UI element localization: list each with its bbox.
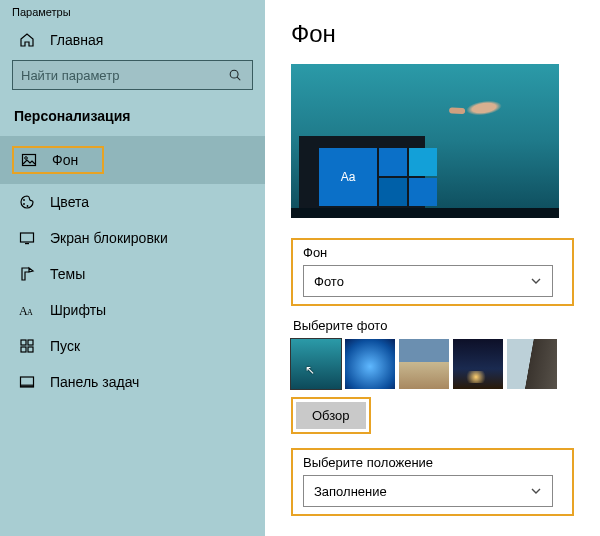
fit-label: Выберите положение [303, 455, 562, 470]
cursor-icon: ↖ [305, 363, 315, 377]
preview-tile-sample: Aa [319, 148, 377, 206]
home-icon [18, 32, 36, 48]
svg-point-3 [25, 157, 28, 160]
sidebar-item-lockscreen[interactable]: Экран блокировки [0, 220, 265, 256]
svg-rect-7 [21, 233, 34, 242]
search-placeholder: Найти параметр [21, 68, 228, 83]
home-label: Главная [50, 32, 103, 48]
section-title: Персонализация [0, 104, 265, 136]
svg-rect-12 [28, 340, 33, 345]
highlight-fit-dropdown: Выберите положение Заполнение [291, 448, 574, 516]
svg-text:A: A [27, 308, 33, 317]
sidebar-item-label: Панель задач [50, 374, 139, 390]
main-content: Фон Aa Фон Фото [265, 0, 600, 536]
background-type-label: Фон [303, 245, 562, 260]
sidebar-item-start[interactable]: Пуск [0, 328, 265, 364]
photo-thumb-2[interactable] [345, 339, 395, 389]
svg-point-4 [23, 199, 25, 201]
photo-thumb-3[interactable] [399, 339, 449, 389]
sidebar-item-fonts[interactable]: AA Шрифты [0, 292, 265, 328]
chevron-down-icon [530, 485, 542, 497]
sidebar-item-label: Цвета [50, 194, 89, 210]
sidebar-item-themes[interactable]: Темы [0, 256, 265, 292]
fit-select[interactable]: Заполнение [303, 475, 553, 507]
photo-thumb-4[interactable] [453, 339, 503, 389]
svg-line-1 [237, 77, 240, 80]
photo-thumb-1[interactable]: ↖ [291, 339, 341, 389]
sidebar-item-taskbar[interactable]: Панель задач [0, 364, 265, 400]
search-input[interactable]: Найти параметр [12, 60, 253, 90]
chevron-down-icon [530, 275, 542, 287]
sidebar-item-label: Шрифты [50, 302, 106, 318]
fonts-icon: AA [18, 303, 36, 317]
themes-icon [18, 266, 36, 282]
choose-photo-label: Выберите фото [293, 318, 574, 333]
select-value: Фото [314, 274, 530, 289]
start-icon [18, 338, 36, 354]
highlight-background-dropdown: Фон Фото [291, 238, 574, 306]
sidebar-item-label: Фон [52, 152, 78, 168]
svg-rect-11 [21, 340, 26, 345]
sidebar-item-label: Экран блокировки [50, 230, 168, 246]
browse-button[interactable]: Обзор [296, 402, 366, 429]
picture-icon [20, 152, 38, 168]
search-icon [228, 68, 244, 82]
page-heading: Фон [291, 20, 574, 48]
taskbar-icon [18, 374, 36, 390]
background-preview: Aa [291, 64, 559, 218]
svg-rect-14 [28, 347, 33, 352]
background-type-select[interactable]: Фото [303, 265, 553, 297]
svg-point-0 [230, 70, 238, 78]
app-title: Параметры [0, 0, 265, 28]
sidebar-item-label: Пуск [50, 338, 80, 354]
svg-rect-2 [23, 155, 36, 166]
svg-rect-8 [25, 243, 29, 244]
svg-point-6 [27, 205, 29, 207]
settings-sidebar: Параметры Главная Найти параметр Персона… [0, 0, 265, 536]
sidebar-item-background[interactable]: Фон [0, 136, 265, 184]
sidebar-item-label: Темы [50, 266, 85, 282]
photo-thumb-5[interactable] [507, 339, 557, 389]
lockscreen-icon [18, 230, 36, 246]
palette-icon [18, 194, 36, 210]
select-value: Заполнение [314, 484, 530, 499]
home-nav-item[interactable]: Главная [0, 28, 265, 60]
svg-rect-16 [21, 385, 34, 388]
svg-rect-13 [21, 347, 26, 352]
sidebar-item-colors[interactable]: Цвета [0, 184, 265, 220]
photo-thumbnails: ↖ [291, 339, 574, 389]
svg-point-5 [23, 203, 25, 205]
highlight-browse: Обзор [291, 397, 371, 434]
